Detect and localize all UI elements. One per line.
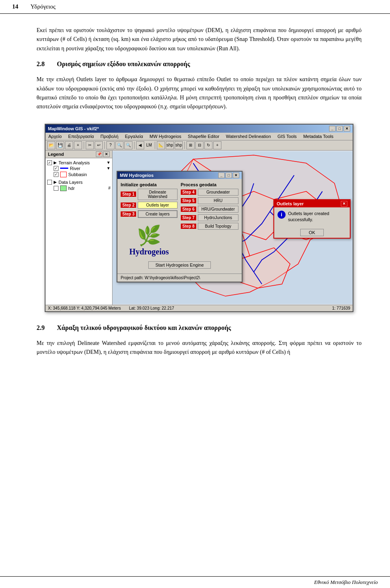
close-button[interactable]: ✕	[344, 126, 350, 131]
step-2-label: Step 2	[121, 202, 136, 208]
toolbar-btn-13[interactable]: shp	[175, 141, 183, 149]
create-layers-btn[interactable]: Create layers	[138, 210, 178, 218]
toolbar-btn-14[interactable]: ⊞	[186, 141, 195, 149]
section-29-title: Χάραξη τελικού υδρογραφικού δικτύου και …	[57, 324, 231, 332]
toolbar-btn-7[interactable]: ?	[106, 141, 115, 149]
hydrogeios-titlebar: MW Hydrogeios _ □ ✕	[117, 172, 242, 179]
data-label: Data Layers	[58, 180, 82, 185]
toolbar-btn-5[interactable]: ✂	[86, 141, 94, 149]
mapwindow-titlebar: MapWindow GIS - vkif2* _ □ ✕	[46, 125, 353, 133]
screenshot-container: MapWindow GIS - vkif2* _ □ ✕ Αρχείο Επεξ…	[37, 124, 362, 312]
menu-shapefile[interactable]: Shapefile Editor	[186, 134, 221, 139]
toolbar-btn-16[interactable]: ↻	[204, 141, 212, 149]
menu-mw[interactable]: MW Hydrogeios	[148, 134, 182, 139]
hdr-checkbox[interactable]	[54, 186, 58, 191]
toolbar-btn-12[interactable]: shp	[166, 141, 174, 149]
step-3: Step 3 Create layers	[121, 210, 178, 218]
hydrojunctions-btn[interactable]: HydroJunctions	[198, 214, 238, 221]
hydrogeios-dialog: MW Hydrogeios _ □ ✕	[117, 171, 243, 282]
section-28-heading: 2.8 Ορισμός σημείων εξόδου υπολεκανών απ…	[37, 60, 362, 68]
data-icon: ▶	[54, 180, 57, 184]
terrain-expand[interactable]: ▼	[106, 160, 110, 165]
menu-edit[interactable]: Επεξεργασία	[67, 134, 95, 139]
toolbar-btn-3[interactable]: 🖨	[65, 141, 73, 149]
info-icon: i	[277, 211, 286, 219]
step-8: Step 8 Build Topology	[181, 223, 238, 230]
groundwater-btn[interactable]: Groundwater	[198, 189, 238, 196]
outlets-btn[interactable]: Outlets layer	[138, 202, 178, 209]
legend-pin[interactable]: 📌	[96, 151, 102, 157]
legend-river: ✓ River ▼	[54, 166, 110, 171]
toolbar-btn-10[interactable]: ◀	[136, 141, 144, 149]
map-area[interactable]: MW Hydrogeios _ □ ✕	[113, 151, 353, 305]
init-header: Initialize geodata	[121, 182, 178, 187]
hydrogeios-content: Initialize geodata Step 1 Delineate Wate…	[117, 179, 242, 274]
hdr-label: hdr	[68, 186, 75, 191]
data-checkbox[interactable]	[47, 180, 52, 185]
subbasin-label: Subbasin	[68, 172, 87, 177]
toolbar-btn-8[interactable]: 🔍	[115, 141, 124, 149]
step-6: Step 6 HRU/Groundwater	[181, 206, 238, 213]
legend-data-group: ▶ Data Layers	[47, 179, 110, 185]
build-topology-btn[interactable]: Build Topology	[198, 223, 238, 230]
start-engine-btn[interactable]: Start Hydrogeios Engine	[148, 261, 210, 269]
toolbar-btn-4[interactable]: +	[74, 141, 82, 149]
hydrogeios-titlebar-btns: _ □ ✕	[218, 172, 239, 178]
legend-content: ✓ ▶ Terrain Analysis ▼ ✓ River ▼	[46, 158, 112, 305]
step-1: Step 1 Delineate Watershed	[121, 189, 178, 200]
menu-tools[interactable]: Εργαλεία	[124, 134, 144, 139]
menu-view[interactable]: Προβολή	[99, 134, 119, 139]
step-3-label: Step 3	[121, 211, 136, 217]
logo-icon: 🌿	[137, 224, 161, 247]
step-5: Step 5 HRU	[181, 197, 238, 204]
hru-btn[interactable]: HRU	[198, 197, 238, 204]
status-ref: 1: 771639	[332, 306, 351, 310]
river-expand[interactable]: ▼	[106, 166, 110, 170]
hydro-minimize[interactable]: _	[218, 172, 225, 178]
toolbar-btn-1[interactable]: 📂	[47, 141, 55, 149]
content: Εκεί πρέπει να οριστούν τουλάχιστον το ψ…	[0, 14, 390, 373]
status-coords: X: 345,668.118 Y: 4,320,794.045 Meters	[48, 306, 121, 310]
subbasin-checkbox[interactable]: ✓	[54, 172, 58, 177]
toolbar-btn-17[interactable]: +	[213, 141, 221, 149]
menu-metadata[interactable]: Metadata Tools	[302, 134, 334, 139]
outlets-close[interactable]: ✕	[341, 201, 347, 207]
river-checkbox[interactable]: ✓	[54, 166, 58, 171]
section-28-number: 2.8	[37, 60, 57, 68]
page-header: 14 Υδρόγειος	[0, 0, 390, 14]
outlets-text: Outlets layer created successfully.	[288, 211, 347, 223]
hru-gw-btn[interactable]: HRU/Groundwater	[198, 206, 238, 213]
toolbar-btn-9[interactable]: 🔍	[124, 141, 132, 149]
header-title: Υδρόγειος	[30, 3, 56, 10]
terrain-checkbox[interactable]: ✓	[47, 160, 52, 165]
toolbar-sep-2	[104, 142, 105, 149]
river-color	[60, 168, 68, 169]
delineate-btn[interactable]: Delineate Watershed	[138, 189, 178, 200]
step-6-label: Step 6	[181, 207, 196, 212]
toolbar-btn-11[interactable]: 📐	[157, 141, 165, 149]
toolbar-sep-3	[134, 142, 134, 149]
menubar: Αρχείο Επεξεργασία Προβολή Εργαλεία MW H…	[46, 133, 353, 140]
section-28-title: Ορισμός σημείων εξόδου υπολεκανών απορρο…	[57, 60, 190, 68]
menu-file[interactable]: Αρχείο	[47, 134, 63, 139]
minimize-button[interactable]: _	[329, 126, 336, 131]
toolbar-btn-6[interactable]: ↩	[95, 141, 103, 149]
dialog-logo: 🌿 Hydrogeios	[121, 221, 178, 260]
step-8-label: Step 8	[181, 224, 196, 229]
outlets-ok-btn[interactable]: OK	[300, 229, 324, 236]
hydro-close[interactable]: ✕	[233, 172, 239, 178]
toolbar-btn-2[interactable]: 💾	[56, 141, 64, 149]
outlets-content: i Outlets layer created successfully.	[274, 207, 350, 226]
menu-gis[interactable]: GIS Tools	[276, 134, 298, 139]
maximize-button[interactable]: □	[336, 126, 343, 131]
menu-watershed[interactable]: Watershed Delineation	[225, 134, 272, 139]
page-number: 14	[12, 3, 18, 10]
toolbar-btn-15[interactable]: ⊟	[195, 141, 204, 149]
hydro-maximize[interactable]: □	[225, 172, 232, 178]
page: 14 Υδρόγειος Εκεί πρέπει να οριστούν του…	[0, 0, 390, 588]
legend-close[interactable]: ✕	[103, 151, 110, 157]
mapwindow-title: MapWindow GIS - vkif2*	[48, 126, 99, 131]
toolbar-sep-5	[184, 142, 185, 149]
outlets-titlebar: Outlets layer ✕	[274, 200, 350, 207]
intro-text: Εκεί πρέπει να οριστούν τουλάχιστον το ψ…	[37, 26, 362, 53]
